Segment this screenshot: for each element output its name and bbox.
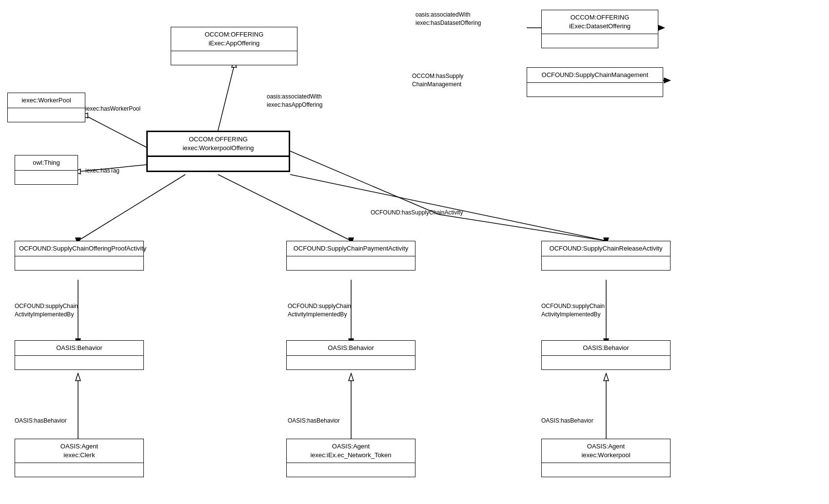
box-agent-workerpool-body xyxy=(542,463,670,477)
box-behavior-2-header: OASIS:Behavior xyxy=(287,341,415,356)
label-occom-has-supply: OCCOM:hasSupply ChainManagement xyxy=(412,72,463,89)
box-release-activity: OCFOUND:SupplyChainReleaseActivity xyxy=(541,241,671,271)
box-behavior-2-body xyxy=(287,356,415,369)
box-workerpool-offering-header: OCCOM:OFFERING iexec:WorkerpoolOffering xyxy=(148,132,289,157)
svg-marker-25 xyxy=(349,373,354,381)
svg-line-29 xyxy=(439,214,606,241)
box-iexec-worker-pool-body xyxy=(8,108,85,122)
box-supply-chain-management-body xyxy=(527,83,663,97)
label-has-behavior-1: OASIS:hasBehavior xyxy=(15,417,67,425)
svg-marker-1 xyxy=(658,25,664,30)
label-iexec-has-tag: iexec:hasTag xyxy=(85,167,119,175)
box-behavior-3-header: OASIS:Behavior xyxy=(542,341,670,356)
svg-marker-3 xyxy=(664,78,670,83)
diagram-container: OCCOM:OFFERING iExec:AppOffering OCCOM:O… xyxy=(0,0,829,504)
box-agent-workerpool: OASIS:Agent iexec:Workerpool xyxy=(541,439,671,477)
svg-marker-27 xyxy=(604,373,609,381)
box-iexec-app-offering-body xyxy=(171,51,297,65)
label-supply-chain-impl-3: OCFOUND:supplyChain ActivityImplementedB… xyxy=(541,302,605,319)
box-behavior-1-body xyxy=(15,356,143,369)
box-agent-network-token: OASIS:Agent iexec:iEx.ec_Network_Token xyxy=(286,439,415,477)
box-agent-clerk-body xyxy=(15,463,143,477)
label-supply-chain-impl-2: OCFOUND:supplyChain ActivityImplementedB… xyxy=(288,302,351,319)
box-supply-chain-management: OCFOUND:SupplyChainManagement xyxy=(527,67,663,97)
box-payment-activity-header: OCFOUND:SupplyChainPaymentActivity xyxy=(287,241,415,256)
box-agent-clerk: OASIS:Agent iexec:Clerk xyxy=(15,439,144,477)
box-agent-network-token-body xyxy=(287,463,415,477)
box-proof-activity-header: OCFOUND:SupplyChainOfferingProofActivity xyxy=(15,241,143,256)
box-iexec-app-offering-header: OCCOM:OFFERING iExec:AppOffering xyxy=(171,27,297,51)
label-oasis-assoc-app: oasis:associatedWith iexec:hasAppOfferin… xyxy=(267,93,323,109)
box-release-activity-header: OCFOUND:SupplyChainReleaseActivity xyxy=(542,241,670,256)
label-iexec-has-worker-pool: iexec:hasWorkerPool xyxy=(85,105,140,113)
box-iexec-app-offering: OCCOM:OFFERING iExec:AppOffering xyxy=(171,27,297,65)
label-has-supply-chain-activity: OCFOUND:hasSupplyChainActivity xyxy=(371,209,463,217)
box-iexec-worker-pool-header: iexec:WorkerPool xyxy=(8,93,85,108)
label-has-behavior-2: OASIS:hasBehavior xyxy=(288,417,340,425)
svg-line-28 xyxy=(290,151,439,214)
box-agent-clerk-header: OASIS:Agent iexec:Clerk xyxy=(15,439,143,463)
svg-line-6 xyxy=(85,116,146,147)
label-supply-chain-impl-1: OCFOUND:supplyChain ActivityImplementedB… xyxy=(15,302,78,319)
box-proof-activity: OCFOUND:SupplyChainOfferingProofActivity xyxy=(15,241,144,271)
svg-line-4 xyxy=(218,66,234,131)
svg-marker-23 xyxy=(76,373,80,381)
box-workerpool-offering-body xyxy=(148,157,289,171)
box-workerpool-offering: OCCOM:OFFERING iexec:WorkerpoolOffering xyxy=(146,131,290,172)
box-behavior-3-body xyxy=(542,356,670,369)
box-iexec-worker-pool: iexec:WorkerPool xyxy=(7,93,85,122)
box-behavior-1-header: OASIS:Behavior xyxy=(15,341,143,356)
box-payment-activity-body xyxy=(287,256,415,270)
svg-line-14 xyxy=(290,174,606,241)
box-behavior-2: OASIS:Behavior xyxy=(286,340,415,370)
box-behavior-3: OASIS:Behavior xyxy=(541,340,671,370)
label-oasis-assoc-dataset: oasis:associatedWith iexec:hasDatasetOff… xyxy=(415,11,481,27)
box-agent-network-token-header: OASIS:Agent iexec:iEx.ec_Network_Token xyxy=(287,439,415,463)
svg-line-10 xyxy=(78,174,185,241)
box-agent-workerpool-header: OASIS:Agent iexec:Workerpool xyxy=(542,439,670,463)
box-owl-thing: owl:Thing xyxy=(15,155,78,185)
box-dataset-offering-header: OCCOM:OFFERING iExec:DatasetOffering xyxy=(542,10,658,34)
box-dataset-offering: OCCOM:OFFERING iExec:DatasetOffering xyxy=(541,10,658,48)
box-behavior-1: OASIS:Behavior xyxy=(15,340,144,370)
box-dataset-offering-body xyxy=(542,34,658,48)
svg-line-12 xyxy=(218,174,351,241)
box-owl-thing-header: owl:Thing xyxy=(15,155,78,171)
box-proof-activity-body xyxy=(15,256,143,270)
box-payment-activity: OCFOUND:SupplyChainPaymentActivity xyxy=(286,241,415,271)
label-has-behavior-3: OASIS:hasBehavior xyxy=(541,417,593,425)
box-release-activity-body xyxy=(542,256,670,270)
box-supply-chain-management-header: OCFOUND:SupplyChainManagement xyxy=(527,68,663,83)
box-owl-thing-body xyxy=(15,171,78,184)
